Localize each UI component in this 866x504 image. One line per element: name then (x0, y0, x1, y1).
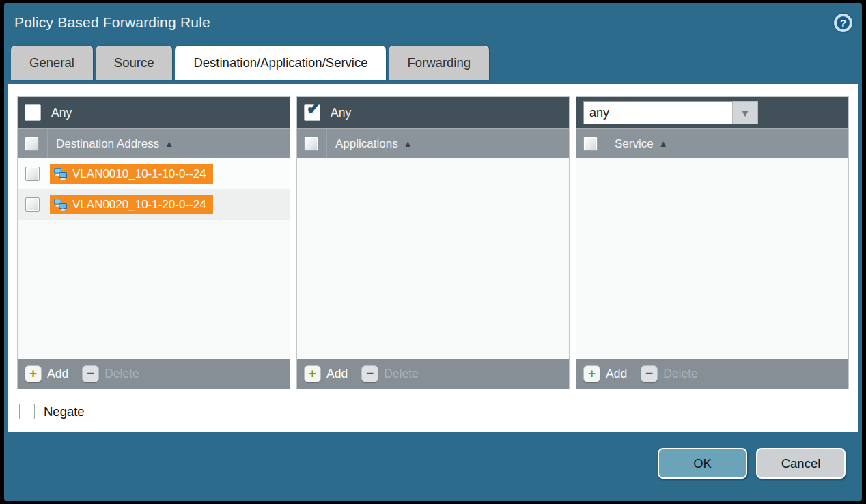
applications-any-checkbox[interactable]: ✔ (304, 104, 320, 121)
address-object-label: VLAN0020_10-1-20-0--24 (72, 198, 206, 212)
table-row[interactable]: VLAN0020_10-1-20-0--24 (18, 189, 290, 220)
applications-any-bar: ✔ Any (297, 97, 569, 128)
plus-icon: + (25, 365, 42, 382)
applications-footer-bar: + Add − Delete (297, 359, 569, 389)
help-icon[interactable]: ? (834, 14, 852, 32)
tab-forwarding[interactable]: Forwarding (389, 46, 489, 80)
service-footer-bar: + Add − Delete (576, 359, 848, 389)
address-object-chip[interactable]: VLAN0020_10-1-20-0--24 (50, 195, 213, 214)
sort-ascending-icon[interactable]: ▲ (404, 139, 413, 149)
tab-destination-application-service[interactable]: Destination/Application/Service (175, 46, 386, 80)
negate-row: Negate (17, 404, 849, 419)
sort-ascending-icon[interactable]: ▲ (165, 139, 173, 149)
applications-column: ✔ Any Applications ▲ + Add (296, 96, 570, 389)
minus-icon: − (82, 365, 99, 382)
sort-ascending-icon[interactable]: ▲ (659, 139, 668, 149)
service-type-input[interactable] (583, 101, 732, 124)
destination-any-checkbox[interactable]: ✔ (25, 104, 41, 121)
destination-footer-bar: + Add − Delete (18, 359, 290, 389)
destination-address-list: VLAN0010_10-1-10-0--24 (18, 158, 290, 359)
dialog-titlebar: Policy Based Forwarding Rule ? (4, 3, 862, 38)
select-all-checkbox[interactable] (304, 137, 318, 151)
service-type-dropdown: ▼ (583, 101, 758, 124)
header-divider (326, 129, 327, 159)
tab-general[interactable]: General (11, 46, 93, 80)
tab-source[interactable]: Source (96, 46, 173, 80)
applications-column-header[interactable]: Applications ▲ (297, 128, 569, 158)
ok-button[interactable]: OK (658, 448, 747, 479)
network-address-icon (53, 198, 68, 211)
header-divider (606, 129, 606, 159)
service-column: ▼ Service ▲ + Add (576, 96, 849, 389)
negate-label: Negate (44, 404, 85, 419)
delete-button[interactable]: − Delete (82, 365, 139, 382)
destination-any-bar: ✔ Any (18, 97, 290, 128)
plus-icon: + (304, 365, 321, 382)
tab-content-panel: ✔ Any Destination Address ▲ (8, 84, 858, 432)
destination-address-column: ✔ Any Destination Address ▲ (17, 96, 290, 389)
delete-button-label: Delete (384, 367, 419, 381)
dialog-footer: OK Cancel (4, 432, 862, 501)
add-button[interactable]: + Add (304, 365, 348, 382)
add-button[interactable]: + Add (25, 365, 68, 382)
table-row[interactable]: VLAN0010_10-1-10-0--24 (18, 158, 290, 189)
add-button-label: Add (606, 367, 627, 381)
cancel-button[interactable]: Cancel (756, 448, 846, 479)
network-address-icon (53, 167, 68, 180)
column-header-label: Applications (335, 137, 398, 151)
policy-based-forwarding-dialog: Policy Based Forwarding Rule ? General S… (4, 3, 862, 501)
row-checkbox[interactable] (25, 197, 40, 212)
minus-icon: − (361, 365, 378, 382)
select-all-checkbox[interactable] (583, 137, 598, 151)
header-divider (47, 129, 48, 159)
add-button-label: Add (326, 367, 348, 381)
column-header-label: Service (615, 137, 654, 151)
page-title: Policy Based Forwarding Rule (14, 14, 210, 31)
service-list (576, 158, 848, 359)
tab-bar: General Source Destination/Application/S… (4, 38, 862, 80)
delete-button-label: Delete (663, 367, 698, 381)
negate-checkbox[interactable] (19, 404, 35, 419)
chevron-down-icon[interactable]: ▼ (732, 101, 758, 124)
minus-icon: − (641, 365, 658, 382)
select-all-checkbox[interactable] (25, 137, 39, 151)
address-object-label: VLAN0010_10-1-10-0--24 (72, 167, 206, 181)
address-object-chip[interactable]: VLAN0010_10-1-10-0--24 (50, 164, 213, 184)
delete-button[interactable]: − Delete (641, 365, 698, 382)
plus-icon: + (583, 365, 600, 382)
destination-column-header[interactable]: Destination Address ▲ (18, 128, 290, 158)
service-column-header[interactable]: Service ▲ (576, 128, 848, 158)
column-header-label: Destination Address (56, 137, 159, 151)
add-button-label: Add (47, 367, 68, 381)
delete-button[interactable]: − Delete (361, 365, 419, 382)
delete-button-label: Delete (104, 367, 139, 381)
row-checkbox[interactable] (25, 167, 40, 181)
add-button[interactable]: + Add (583, 365, 627, 382)
destination-any-label: Any (51, 106, 72, 120)
checkmark-icon: ✔ (307, 99, 320, 118)
applications-any-label: Any (331, 106, 351, 120)
applications-list (297, 158, 569, 359)
service-any-bar: ▼ (576, 97, 848, 128)
